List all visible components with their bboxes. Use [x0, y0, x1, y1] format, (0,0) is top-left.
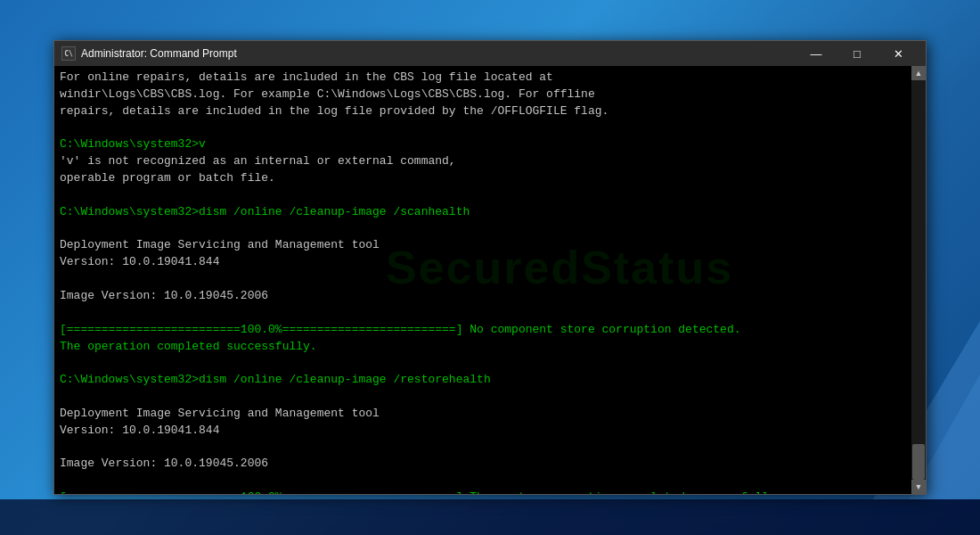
- scrollbar-track[interactable]: [911, 80, 926, 480]
- title-bar: C\ Administrator: Command Prompt — □ ✕: [54, 41, 926, 66]
- cmd-icon: C\: [61, 46, 76, 61]
- window-controls: — □ ✕: [796, 41, 919, 66]
- maximize-button[interactable]: □: [837, 41, 878, 66]
- close-button[interactable]: ✕: [878, 41, 919, 66]
- scroll-down-button[interactable]: ▼: [911, 480, 926, 494]
- taskbar: [0, 499, 980, 535]
- minimize-button[interactable]: —: [796, 41, 837, 66]
- scrollbar-thumb[interactable]: [912, 444, 925, 480]
- scroll-up-button[interactable]: ▲: [911, 66, 926, 80]
- window-title: Administrator: Command Prompt: [81, 47, 796, 60]
- scrollbar[interactable]: ▲ ▼: [911, 66, 926, 494]
- terminal-output[interactable]: For online repairs, details are included…: [54, 66, 911, 494]
- cmd-body: For online repairs, details are included…: [54, 66, 926, 494]
- cmd-window: C\ Administrator: Command Prompt — □ ✕ F…: [53, 40, 927, 495]
